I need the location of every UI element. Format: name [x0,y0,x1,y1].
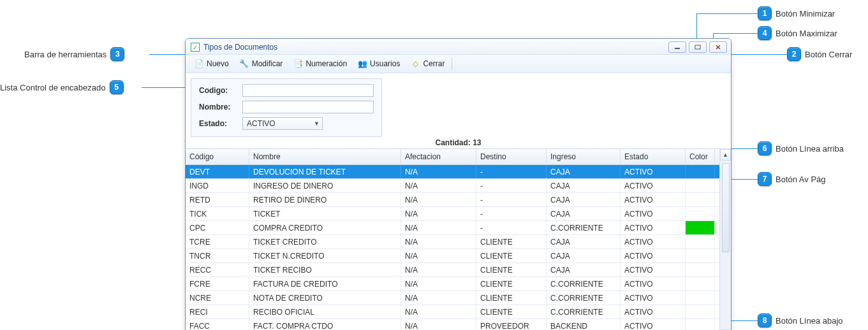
cell-codigo: FCRE [186,277,249,291]
callout-label: Botón Línea arriba [776,144,844,154]
grid: Código Nombre Afectacion Destino Ingreso… [186,148,731,330]
cell-estado: ACTIVO [621,235,686,248]
cerrar-button[interactable]: ◇ Cerrar [406,57,449,71]
cell-ingreso: CAJA [547,207,621,220]
cell-color [686,221,715,234]
cell-estado: ACTIVO [621,319,686,330]
callout-bubble-4: 4 [758,26,772,40]
cell-ingreso: C.CORRIENTE [547,221,621,234]
cell-estado: ACTIVO [621,305,686,319]
codigo-label: Codigo: [199,86,242,95]
window: ✓ Tipos de Documentos 📄 Nuevo 🔧 Modifica… [185,38,732,330]
modificar-button[interactable]: 🔧 Modificar [235,57,288,71]
table-row[interactable]: TCRETICKET CREDITON/ACLIENTECAJAACTIVO [186,235,719,249]
cell-afectacion: N/A [401,235,476,248]
cell-ingreso: CAJA [547,165,621,178]
cell-codigo: TICK [186,207,249,220]
usuarios-label: Usuarios [370,59,400,68]
scroll-track[interactable] [720,161,731,329]
table-row[interactable]: RECCTICKET RECIBON/ACLIENTECAJAACTIVO [186,263,719,277]
callout-label: Barra de herramientas [24,50,107,59]
close-button[interactable] [709,41,727,53]
cell-estado: ACTIVO [621,277,686,291]
header-codigo[interactable]: Código [186,149,249,164]
window-controls [668,41,727,53]
header-estado[interactable]: Estado [621,149,686,164]
cell-codigo: FACC [186,319,249,330]
table-row[interactable]: FCREFACTURA DE CREDITON/ACLIENTEC.CORRIE… [186,277,719,291]
cell-destino: CLIENTE [476,249,547,262]
cantidad-label: Cantidad: 13 [186,138,731,147]
callout-bubble-3: 3 [110,47,124,61]
close-icon: ◇ [410,59,420,69]
file-new-icon: 📄 [194,59,204,69]
cell-afectacion: N/A [401,305,476,319]
table-row[interactable]: TNCRTICKET N.CREDITON/ACLIENTECAJAACTIVO [186,249,719,263]
table-row[interactable]: FACCFACT. COMPRA CTDON/APROVEEDORBACKEND… [186,319,719,330]
estado-label: Estado: [199,119,242,128]
nombre-label: Nombre: [199,103,242,111]
cell-estado: ACTIVO [621,291,686,305]
table-row[interactable]: NCRENOTA DE CREDITON/ACLIENTEC.CORRIENTE… [186,291,719,305]
table-row[interactable]: INGDINGRESO DE DINERON/A-CAJAACTIVO [186,179,719,193]
table-row[interactable]: CPCCOMPRA CREDITON/A-C.CORRIENTEACTIVO [186,221,719,235]
codigo-input[interactable] [242,84,374,97]
cell-estado: ACTIVO [621,179,686,192]
cell-ingreso: CAJA [547,193,621,206]
cell-ingreso: C.CORRIENTE [547,277,621,291]
cell-color [686,263,715,276]
cell-codigo: CPC [186,221,249,234]
cell-nombre: TICKET CREDITO [249,235,401,248]
maximize-button[interactable] [689,41,707,53]
table-row[interactable]: TICKTICKETN/A-CAJAACTIVO [186,207,719,221]
table-row[interactable]: DEVTDEVOLUCION DE TICKETN/A-CAJAACTIVO [186,165,719,179]
toolbar: 📄 Nuevo 🔧 Modificar 📑 Numeración 👥 Usuar… [186,55,731,73]
cell-ingreso: BACKEND [547,319,621,330]
header-ingreso[interactable]: Ingreso [547,149,621,164]
cell-afectacion: N/A [401,179,476,192]
header-color[interactable]: Color [686,149,715,164]
filter-panel: Codigo: Nombre: Estado: ACTIVO ▼ [191,78,382,137]
cell-nombre: FACTURA DE CREDITO [249,277,401,291]
minimize-button[interactable] [668,41,686,53]
vertical-scrollbar: ▲ ▼ [719,149,731,330]
estado-select[interactable]: ACTIVO ▼ [242,117,323,130]
cell-nombre: RETIRO DE DINERO [249,193,401,206]
cell-codigo: TCRE [186,235,249,248]
cell-codigo: TNCR [186,249,249,262]
cell-nombre: COMPRA CREDITO [249,221,401,234]
cell-codigo: RETD [186,193,249,206]
nuevo-button[interactable]: 📄 Nuevo [189,57,233,71]
header-destino[interactable]: Destino [476,149,547,164]
cell-nombre: FACT. COMPRA CTDO [249,319,401,330]
cell-color [686,179,715,192]
cell-destino: - [476,193,547,206]
cell-afectacion: N/A [401,277,476,291]
table-row[interactable]: RETDRETIRO DE DINERON/A-CAJAACTIVO [186,193,719,207]
cell-ingreso: CAJA [547,249,621,262]
cell-codigo: INGD [186,179,249,192]
cell-color [686,207,715,220]
scroll-up-button[interactable]: ▲ [720,149,731,161]
header-nombre[interactable]: Nombre [249,149,401,164]
table-row[interactable]: RECIRECIBO OFICIALN/ACLIENTEC.CORRIENTEA… [186,305,719,319]
callout-label: Botón Av Pág [776,175,826,184]
usuarios-button[interactable]: 👥 Usuarios [353,57,404,71]
cell-nombre: DEVOLUCION DE TICKET [249,165,401,178]
numeracion-button[interactable]: 📑 Numeración [288,57,351,71]
titlebar: ✓ Tipos de Documentos [186,39,731,55]
callout-label: Lista Control de encabezado [0,83,106,92]
cerrar-label: Cerrar [423,59,445,68]
cell-color [686,277,715,291]
users-icon: 👥 [357,59,367,69]
header-afectacion[interactable]: Afectacion [401,149,476,164]
nombre-input[interactable] [242,101,374,113]
cell-color [686,165,715,178]
modificar-label: Modificar [252,59,283,68]
cell-nombre: INGRESO DE DINERO [249,179,401,192]
cell-afectacion: N/A [401,249,476,262]
scroll-thumb[interactable] [722,163,730,252]
cell-color [686,193,715,206]
cell-afectacion: N/A [401,263,476,276]
cell-nombre: NOTA DE CREDITO [249,291,401,305]
